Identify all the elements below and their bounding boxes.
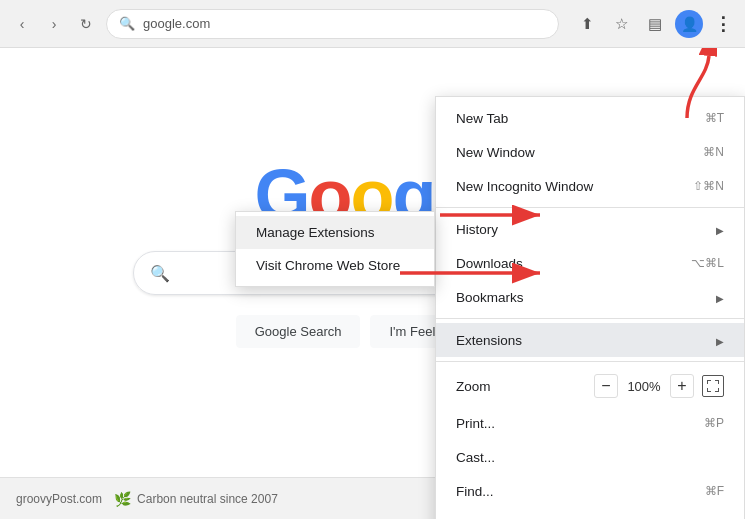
zoom-out-button[interactable]: − <box>594 374 618 398</box>
sep3 <box>436 361 744 362</box>
fullscreen-button[interactable] <box>702 375 724 397</box>
extensions-label: Extensions <box>456 333 522 348</box>
extensions-chevron <box>716 333 724 348</box>
menu-item-bookmarks[interactable]: Bookmarks <box>436 280 744 314</box>
content-area: Google 🔍 Google Search I'm Feeling Lucky… <box>0 48 745 519</box>
search-icon: 🔍 <box>119 16 135 31</box>
menu-item-zoom: Zoom − 100% + <box>436 366 744 406</box>
browser-toolbar: ‹ › ↻ 🔍 google.com ⬆ ☆ ▤ 👤 ⋮ <box>0 0 745 48</box>
new-tab-shortcut: ⌘T <box>705 111 724 125</box>
back-button[interactable]: ‹ <box>8 10 36 38</box>
leaf-icon: 🌿 <box>114 491 131 507</box>
menu-button[interactable]: ⋮ <box>709 10 737 38</box>
profile-icon[interactable]: 👤 <box>675 10 703 38</box>
url-text: google.com <box>143 16 210 31</box>
incognito-shortcut: ⇧⌘N <box>693 179 724 193</box>
zoom-label: Zoom <box>456 379 491 394</box>
browser-window: ‹ › ↻ 🔍 google.com ⬆ ☆ ▤ 👤 ⋮ Google 🔍 G <box>0 0 745 519</box>
expand-icon <box>707 380 719 392</box>
web-store-label: Visit Chrome Web Store <box>256 258 400 273</box>
reader-icon[interactable]: ▤ <box>641 10 669 38</box>
share-icon[interactable]: ⬆ <box>573 10 601 38</box>
submenu-web-store[interactable]: Visit Chrome Web Store <box>236 249 434 282</box>
forward-button[interactable]: › <box>40 10 68 38</box>
menu-item-new-window[interactable]: New Window ⌘N <box>436 135 744 169</box>
menu-item-history[interactable]: History <box>436 212 744 246</box>
print-label: Print... <box>456 416 495 431</box>
history-chevron <box>716 222 724 237</box>
google-search-button[interactable]: Google Search <box>236 315 361 348</box>
reload-button[interactable]: ↻ <box>72 10 100 38</box>
new-tab-label: New Tab <box>456 111 508 126</box>
bookmarks-chevron <box>716 290 724 305</box>
bookmarks-label: Bookmarks <box>456 290 524 305</box>
menu-item-more-tools[interactable]: More Tools <box>436 508 744 519</box>
zoom-value: 100% <box>626 379 662 394</box>
search-magnifier-icon: 🔍 <box>150 264 170 283</box>
zoom-control: − 100% + <box>594 374 724 398</box>
menu-item-extensions[interactable]: Extensions <box>436 323 744 357</box>
carbon-text: 🌿 Carbon neutral since 2007 <box>114 491 278 507</box>
menu-item-print[interactable]: Print... ⌘P <box>436 406 744 440</box>
print-shortcut: ⌘P <box>704 416 724 430</box>
menu-item-find[interactable]: Find... ⌘F <box>436 474 744 508</box>
carbon-label: Carbon neutral since 2007 <box>137 492 278 506</box>
history-label: History <box>456 222 498 237</box>
find-shortcut: ⌘F <box>705 484 724 498</box>
nav-buttons: ‹ › ↻ <box>8 10 100 38</box>
downloads-shortcut: ⌥⌘L <box>691 256 724 270</box>
extensions-submenu: Manage Extensions Visit Chrome Web Store <box>235 211 435 287</box>
menu-item-new-tab[interactable]: New Tab ⌘T <box>436 101 744 135</box>
zoom-in-button[interactable]: + <box>670 374 694 398</box>
toolbar-icons: ⬆ ☆ ▤ 👤 ⋮ <box>573 10 737 38</box>
bookmark-icon[interactable]: ☆ <box>607 10 635 38</box>
address-bar[interactable]: 🔍 google.com <box>106 9 559 39</box>
cast-label: Cast... <box>456 450 495 465</box>
manage-extensions-label: Manage Extensions <box>256 225 375 240</box>
new-window-label: New Window <box>456 145 535 160</box>
new-window-shortcut: ⌘N <box>703 145 724 159</box>
submenu-manage-extensions[interactable]: Manage Extensions <box>236 216 434 249</box>
menu-item-downloads[interactable]: Downloads ⌥⌘L <box>436 246 744 280</box>
menu-item-incognito[interactable]: New Incognito Window ⇧⌘N <box>436 169 744 203</box>
incognito-label: New Incognito Window <box>456 179 593 194</box>
find-label: Find... <box>456 484 494 499</box>
menu-item-cast[interactable]: Cast... <box>436 440 744 474</box>
sep1 <box>436 207 744 208</box>
chrome-menu: New Tab ⌘T New Window ⌘N New Incognito W… <box>435 96 745 519</box>
downloads-label: Downloads <box>456 256 523 271</box>
sep2 <box>436 318 744 319</box>
footer-groovy: groovyPost.com <box>16 492 102 506</box>
